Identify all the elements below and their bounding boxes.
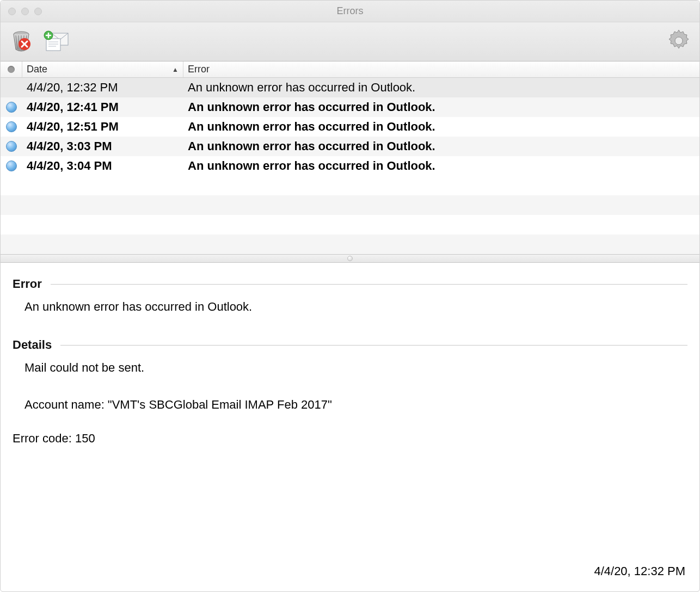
unread-indicator-icon <box>6 141 17 152</box>
error-list: 4/4/20, 12:32 PMAn unknown error has occ… <box>1 78 699 254</box>
error-message-text: An unknown error has occurred in Outlook… <box>13 298 687 316</box>
section-rule <box>60 345 687 346</box>
details-section: Details Mail could not be sent. Account … <box>13 338 687 446</box>
row-status-cell <box>1 141 22 152</box>
row-error-cell: An unknown error has occurred in Outlook… <box>183 120 699 134</box>
column-header-label: Error <box>188 64 210 75</box>
row-date-cell: 4/4/20, 12:32 PM <box>22 81 183 95</box>
row-status-cell <box>1 102 22 113</box>
settings-button[interactable] <box>664 27 694 57</box>
details-pane: Error An unknown error has occurred in O… <box>1 263 699 591</box>
window-titlebar: Errors <box>1 1 699 22</box>
close-window-button[interactable] <box>8 8 16 15</box>
details-body-text: Mail could not be sent. Account name: "V… <box>13 359 687 414</box>
list-filler <box>1 176 699 254</box>
row-error-cell: An unknown error has occurred in Outlook… <box>183 100 699 114</box>
column-header-status[interactable] <box>1 61 22 77</box>
row-date-cell: 4/4/20, 12:41 PM <box>22 100 183 114</box>
row-error-cell: An unknown error has occurred in Outlook… <box>183 81 699 95</box>
row-error-cell: An unknown error has occurred in Outlook… <box>183 159 699 173</box>
column-header-date[interactable]: Date ▲ <box>22 61 183 77</box>
error-list-row[interactable]: 4/4/20, 12:41 PMAn unknown error has occ… <box>1 97 699 117</box>
splitter-grip-icon <box>347 256 353 261</box>
list-header: Date ▲ Error <box>1 61 699 78</box>
window-controls <box>1 8 42 15</box>
unread-indicator-icon <box>6 121 17 132</box>
window-title: Errors <box>1 5 699 17</box>
zoom-window-button[interactable] <box>34 8 42 15</box>
unread-indicator-icon <box>6 161 17 171</box>
row-status-cell <box>1 121 22 132</box>
sort-ascending-icon: ▲ <box>172 66 179 73</box>
row-date-cell: 4/4/20, 3:04 PM <box>22 159 183 173</box>
column-header-error[interactable]: Error <box>183 61 699 77</box>
error-list-row[interactable]: 4/4/20, 3:03 PMAn unknown error has occu… <box>1 137 699 156</box>
unread-indicator-icon <box>6 102 17 113</box>
column-header-label: Date <box>27 64 47 75</box>
pane-splitter[interactable] <box>1 254 699 263</box>
gear-icon <box>666 28 692 55</box>
error-list-row[interactable]: 4/4/20, 12:32 PMAn unknown error has occ… <box>1 78 699 97</box>
svg-rect-8 <box>46 39 60 51</box>
error-list-row[interactable]: 4/4/20, 12:51 PMAn unknown error has occ… <box>1 117 699 137</box>
error-section: Error An unknown error has occurred in O… <box>13 277 687 316</box>
details-section-label: Details <box>13 338 52 352</box>
error-code-text: Error code: 150 <box>13 431 687 446</box>
row-error-cell: An unknown error has occurred in Outlook… <box>183 139 699 153</box>
details-timestamp: 4/4/20, 12:32 PM <box>594 564 685 578</box>
delete-button[interactable] <box>6 27 36 57</box>
error-list-row[interactable]: 4/4/20, 3:04 PMAn unknown error has occu… <box>1 156 699 176</box>
trash-icon <box>8 28 34 55</box>
section-rule <box>51 284 687 285</box>
send-receive-button[interactable] <box>42 27 72 57</box>
svg-point-13 <box>675 37 683 45</box>
error-section-label: Error <box>13 277 42 291</box>
minimize-window-button[interactable] <box>21 8 29 15</box>
row-status-cell <box>1 161 22 171</box>
status-indicator-icon <box>8 66 15 73</box>
envelope-add-icon <box>43 28 71 55</box>
toolbar <box>1 22 699 61</box>
row-date-cell: 4/4/20, 3:03 PM <box>22 139 183 153</box>
row-date-cell: 4/4/20, 12:51 PM <box>22 120 183 134</box>
